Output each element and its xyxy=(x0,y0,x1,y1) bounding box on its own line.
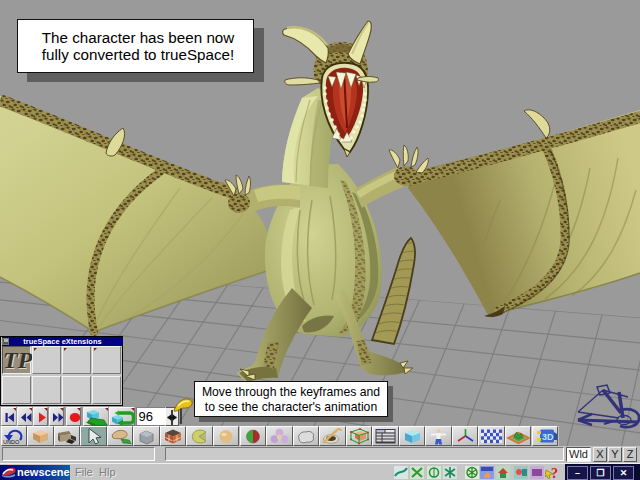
svg-text:?: ? xyxy=(551,466,558,479)
svg-text:UNDO: UNDO xyxy=(3,439,20,445)
svg-text:3D: 3D xyxy=(542,432,554,442)
